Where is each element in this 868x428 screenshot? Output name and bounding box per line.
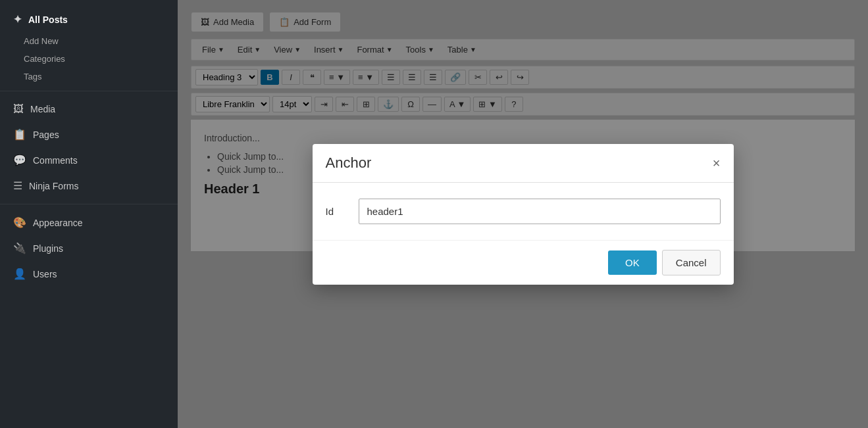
modal-overlay: Anchor × Id OK Cancel: [178, 0, 868, 428]
id-label: Id: [326, 206, 345, 217]
sidebar-item-media[interactable]: 🖼 Media: [0, 97, 178, 122]
ninja-forms-icon: ☰: [13, 179, 22, 192]
media-icon: 🖼: [13, 103, 24, 115]
sidebar-item-comments[interactable]: 💬 Comments: [0, 147, 178, 173]
ok-button[interactable]: OK: [608, 250, 657, 275]
sidebar-item-tags[interactable]: Tags: [0, 68, 178, 85]
sidebar-item-all-posts[interactable]: ✦ All Posts: [0, 7, 178, 32]
sidebar-item-users[interactable]: 👤 Users: [0, 261, 178, 287]
comments-icon: 💬: [13, 154, 26, 166]
anchor-id-input[interactable]: [359, 199, 721, 224]
pages-icon: 📋: [13, 128, 26, 141]
modal-footer: OK Cancel: [313, 240, 734, 285]
sidebar-item-plugins[interactable]: 🔌 Plugins: [0, 235, 178, 261]
main-content: 🖼 Add Media 📋 Add Form File ▼ Edit ▼ Vie…: [178, 0, 868, 428]
sidebar-item-ninja-forms[interactable]: ☰ Ninja Forms: [0, 173, 178, 199]
sidebar-item-pages[interactable]: 📋 Pages: [0, 122, 178, 147]
modal-title: Anchor: [326, 155, 372, 172]
modal-body: Id: [313, 183, 734, 240]
sidebar-item-appearance[interactable]: 🎨 Appearance: [0, 210, 178, 235]
cancel-button[interactable]: Cancel: [662, 250, 721, 275]
users-icon: 👤: [13, 268, 26, 280]
appearance-icon: 🎨: [13, 216, 26, 229]
posts-icon: ✦: [13, 13, 22, 26]
sidebar-divider: [0, 91, 178, 91]
sidebar: ✦ All Posts Add New Categories Tags 🖼 Me…: [0, 0, 178, 428]
modal-close-button[interactable]: ×: [713, 156, 721, 170]
sidebar-item-add-new[interactable]: Add New: [0, 32, 178, 50]
plugins-icon: 🔌: [13, 242, 26, 254]
modal-header: Anchor ×: [313, 144, 734, 183]
sidebar-item-categories[interactable]: Categories: [0, 50, 178, 68]
anchor-modal: Anchor × Id OK Cancel: [313, 144, 734, 285]
sidebar-divider-2: [0, 204, 178, 204]
